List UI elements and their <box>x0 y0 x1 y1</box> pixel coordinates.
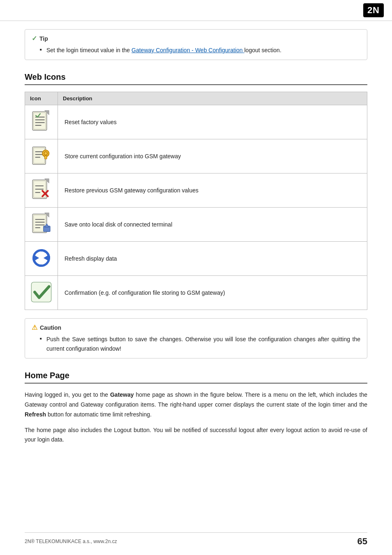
caution-box: ⚠ Caution Push the Save settings button … <box>25 318 367 358</box>
table-row: Confirmation (e.g. of configuration file… <box>25 276 367 310</box>
table-row: Save onto local disk of connected termin… <box>25 208 367 242</box>
desc-cell-2: Restore previous GSM gateway configurati… <box>58 173 367 208</box>
caution-label: Caution <box>40 324 61 331</box>
col-icon-header: Icon <box>25 92 58 105</box>
tip-bullet: Set the login timeout value in the Gatew… <box>40 46 360 55</box>
table-row: Refresh display data <box>25 242 367 276</box>
home-page-para2: The home page also includes the Logout b… <box>25 426 367 445</box>
page-content: ✓ Tip Set the login timeout value in the… <box>0 21 392 475</box>
svg-rect-14 <box>45 156 47 159</box>
icon-cell-5 <box>25 276 58 310</box>
footer-left: 2N® TELEKOMUNIKACE a.s., www.2n.cz <box>25 539 117 544</box>
logo: 2N <box>363 3 384 17</box>
desc-cell-3: Save onto local disk of connected termin… <box>58 208 367 242</box>
icon-cell-1 <box>25 139 58 173</box>
caution-header: ⚠ Caution <box>32 324 360 331</box>
col-desc-header: Description <box>58 92 367 105</box>
svg-marker-33 <box>44 255 49 261</box>
top-bar: 2N <box>0 0 392 21</box>
icon-cell-2 <box>25 173 58 208</box>
tip-link[interactable]: Gateway Configuration - Web Configuratio… <box>131 47 244 53</box>
home-page-heading: Home Page <box>25 371 367 384</box>
icons-table: Icon Description Reset factory values St… <box>25 92 367 310</box>
tip-box: ✓ Tip Set the login timeout value in the… <box>25 29 367 60</box>
table-header-row: Icon Description <box>25 92 367 105</box>
tip-content: Set the login timeout value in the Gatew… <box>32 46 360 55</box>
home-page-section: Home Page Having logged in, you get to t… <box>25 371 367 445</box>
table-row: Reset factory values <box>25 105 367 139</box>
bold-refresh: Refresh <box>25 411 46 418</box>
desc-cell-0: Reset factory values <box>58 105 367 139</box>
table-row: Restore previous GSM gateway configurati… <box>25 173 367 208</box>
page-footer: 2N® TELEKOMUNIKACE a.s., www.2n.cz 65 <box>25 532 367 547</box>
tip-icon: ✓ <box>32 35 37 42</box>
web-icons-heading: Web Icons <box>25 72 367 85</box>
bold-gateway: Gateway <box>110 391 134 398</box>
desc-cell-1: Store current configuration into GSM gat… <box>58 139 367 173</box>
caution-icon: ⚠ <box>32 324 37 331</box>
icon-cell-4 <box>25 242 58 276</box>
icon-cell-0 <box>25 105 58 139</box>
desc-cell-4: Refresh display data <box>58 242 367 276</box>
icon-cell-3 <box>25 208 58 242</box>
tip-label: Tip <box>39 35 48 42</box>
caution-bullet: Push the Save settings button to save th… <box>40 335 360 353</box>
caution-content: Push the Save settings button to save th… <box>32 335 360 353</box>
desc-cell-5: Confirmation (e.g. of configuration file… <box>58 276 367 310</box>
tip-header: ✓ Tip <box>32 35 360 42</box>
footer-page-number: 65 <box>357 536 367 547</box>
table-row: Store current configuration into GSM gat… <box>25 139 367 173</box>
home-page-para1: Having logged in, you get to the Gateway… <box>25 390 367 419</box>
